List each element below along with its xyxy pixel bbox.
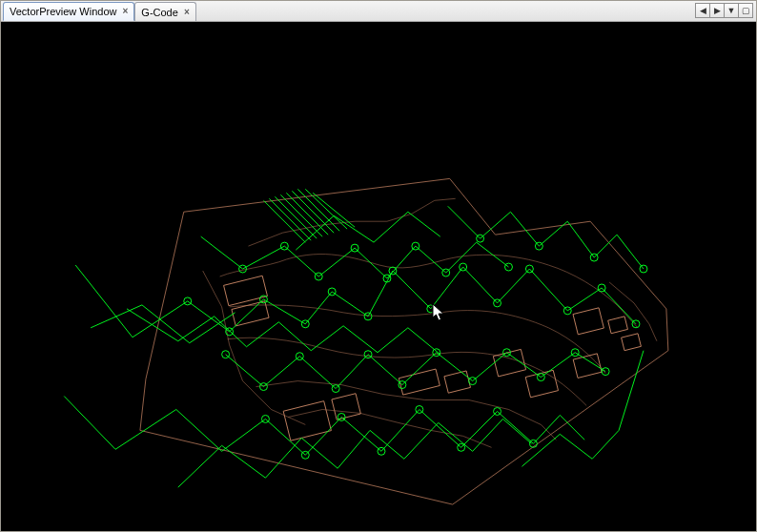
svg-rect-11 [622, 334, 642, 351]
window: VectorPreview Window × G-Code × ◀ ▶ ▼ ▢ [0, 0, 757, 532]
chevron-down-icon: ▼ [727, 6, 736, 15]
tab-dropdown-button[interactable]: ▼ [724, 3, 739, 18]
tab-bar: VectorPreview Window × G-Code × ◀ ▶ ▼ ▢ [1, 1, 756, 22]
svg-rect-3 [525, 370, 558, 397]
tab-extra-button[interactable]: ▢ [738, 3, 753, 18]
svg-rect-1 [332, 394, 360, 420]
tab-label: G-Code [141, 7, 178, 18]
tab-label: VectorPreview Window [10, 6, 117, 17]
svg-rect-4 [573, 308, 604, 335]
svg-rect-10 [608, 317, 628, 334]
box-icon: ▢ [742, 6, 750, 15]
vector-scene [1, 22, 756, 531]
tab-gcode[interactable]: G-Code × [134, 2, 195, 21]
triangle-right-icon: ▶ [714, 6, 721, 15]
svg-rect-5 [573, 354, 602, 379]
close-icon[interactable]: × [184, 8, 190, 17]
tab-scroll-right-button[interactable]: ▶ [709, 3, 725, 18]
tab-vectorpreview[interactable]: VectorPreview Window × [3, 2, 134, 21]
close-icon[interactable]: × [123, 7, 129, 16]
tabbar-controls: ◀ ▶ ▼ ▢ [696, 3, 753, 18]
svg-point-33 [222, 351, 230, 358]
svg-rect-7 [444, 371, 471, 393]
tab-scroll-left-button[interactable]: ◀ [695, 3, 710, 18]
triangle-left-icon: ◀ [700, 6, 706, 15]
vector-preview-viewport[interactable] [1, 22, 756, 531]
